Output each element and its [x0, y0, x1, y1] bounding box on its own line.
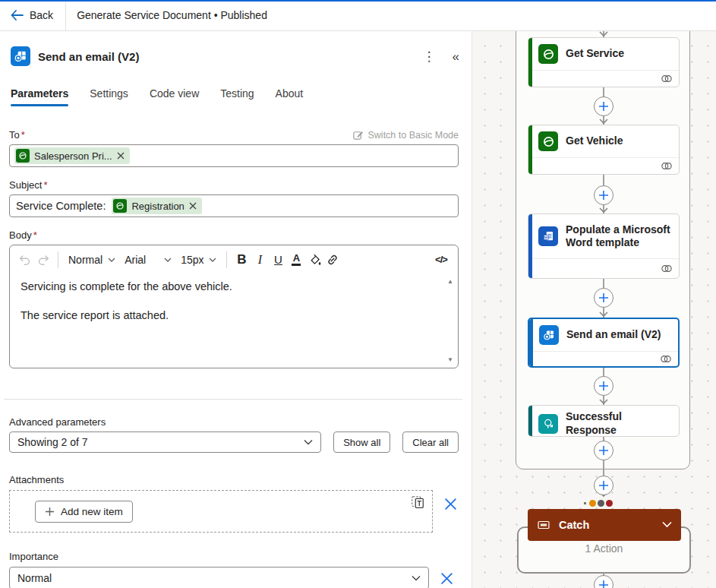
insert-link-icon[interactable]	[323, 250, 342, 270]
rte-toolbar: Normal Arial 15px B I U	[10, 245, 458, 273]
outlook-icon	[11, 46, 30, 66]
scroll-down-icon[interactable]: ▼	[447, 356, 453, 363]
dataverse-icon	[16, 149, 30, 163]
highlight-color-icon[interactable]	[305, 250, 323, 270]
body-text-area[interactable]: Servicing is complete for the above vehi…	[10, 273, 458, 368]
status-dot-timedout	[598, 500, 604, 507]
add-new-item-button[interactable]: Add new item	[35, 501, 133, 523]
tab-settings[interactable]: Settings	[90, 87, 128, 106]
status-dot-failed	[606, 500, 613, 507]
switch-to-input-entire-array-icon[interactable]	[410, 495, 425, 513]
body-rich-text-editor: Normal Arial 15px B I U	[9, 245, 459, 368]
advanced-parameters-dropdown[interactable]: Showing 2 of 7	[9, 432, 321, 453]
node-label: Send an email (V2)	[566, 328, 661, 342]
subject-text: Service Complete:	[16, 200, 106, 212]
node-catch-scope[interactable]: Catch	[528, 509, 681, 541]
insert-step-button[interactable]	[594, 376, 613, 396]
font-size-dropdown[interactable]: 15px	[176, 250, 221, 270]
font-color-button[interactable]: A	[287, 250, 305, 270]
remove-token-icon[interactable]	[189, 202, 197, 210]
text-style-dropdown[interactable]: Normal	[64, 250, 120, 270]
arrow-down-icon	[598, 119, 609, 125]
arrow-down-icon	[598, 207, 609, 213]
to-input[interactable]: Salesperson Pri...	[9, 144, 459, 167]
remove-token-icon[interactable]	[117, 152, 125, 160]
attachments-label: Attachments	[9, 474, 459, 485]
clear-attachments-icon[interactable]	[444, 498, 457, 533]
action-config-panel: Send an email (V2) ⋮ « Parameters Settin…	[0, 31, 472, 588]
switch-to-basic-mode-button[interactable]: Switch to Basic Mode	[352, 129, 459, 141]
dataverse-icon	[538, 44, 558, 64]
chevron-down-icon[interactable]	[662, 522, 672, 528]
more-options-icon[interactable]: ⋮	[423, 50, 436, 63]
connection-icon	[661, 161, 673, 171]
tab-testing[interactable]: Testing	[220, 87, 254, 106]
show-all-button[interactable]: Show all	[333, 432, 390, 453]
power-automate-editor: Back Generate Service Document • Publish…	[0, 0, 716, 588]
to-token-label: Salesperson Pri...	[34, 150, 112, 162]
underline-button[interactable]: U	[269, 250, 287, 270]
connection-icon	[661, 74, 673, 84]
response-icon	[538, 414, 558, 434]
importance-label: Importance	[9, 551, 459, 562]
top-bar: Back Generate Service Document • Publish…	[0, 0, 716, 31]
node-label: Get Vehicle	[566, 134, 623, 148]
undo-icon[interactable]	[16, 250, 34, 270]
tab-about[interactable]: About	[276, 87, 304, 106]
code-view-button[interactable]: </>	[432, 250, 450, 270]
back-label: Back	[30, 9, 53, 21]
dataverse-icon	[113, 199, 127, 213]
chevron-down-icon	[412, 575, 421, 581]
node-send-an-email[interactable]: Send an email (V2)	[528, 318, 680, 368]
panel-header: Send an email (V2) ⋮ «	[0, 31, 472, 66]
insert-step-button[interactable]	[594, 185, 613, 205]
attachments-array-editor: Add new item	[9, 490, 433, 533]
collapse-panel-icon[interactable]: «	[453, 50, 459, 63]
insert-step-button[interactable]	[594, 575, 613, 588]
italic-button[interactable]: I	[251, 250, 269, 270]
connection-icon	[660, 354, 672, 364]
to-token-pill[interactable]: Salesperson Pri...	[14, 147, 130, 164]
subject-token-pill[interactable]: Registration	[112, 198, 201, 214]
node-populate-word-template[interactable]: Populate a Microsoft Word template	[528, 213, 680, 279]
subject-token-label: Registration	[131, 201, 184, 212]
node-get-service[interactable]: Get Service	[528, 37, 680, 87]
arrow-down-icon	[598, 311, 609, 318]
body-line: The service report is attached.	[21, 309, 438, 321]
outlook-icon	[539, 325, 559, 345]
tab-code-view[interactable]: Code view	[150, 87, 199, 106]
node-successful-response[interactable]: Successful Response	[528, 405, 680, 437]
clear-all-button[interactable]: Clear all	[402, 432, 459, 453]
node-accent-bar	[528, 406, 532, 436]
insert-step-button[interactable]	[594, 96, 613, 116]
redo-icon[interactable]	[34, 250, 52, 270]
window-top-accent	[0, 0, 716, 2]
catch-action-count: 1 Action	[517, 542, 691, 555]
tab-parameters[interactable]: Parameters	[11, 87, 68, 106]
subject-label: Subject*	[9, 179, 47, 191]
arrow-down-icon	[598, 31, 609, 37]
catch-label: Catch	[559, 519, 662, 531]
clear-importance-icon[interactable]	[440, 572, 453, 585]
bold-button[interactable]: B	[232, 250, 251, 270]
flow-title: Generate Service Document • Published	[66, 9, 267, 21]
node-get-vehicle[interactable]: Get Vehicle	[528, 125, 680, 175]
advanced-parameters-label: Advanced parameters	[9, 416, 459, 428]
importance-dropdown[interactable]: Normal	[9, 567, 429, 588]
subject-input[interactable]: Service Complete: Registration	[9, 194, 459, 217]
edit-mode-icon	[352, 129, 364, 141]
insert-step-button[interactable]	[594, 476, 613, 495]
scroll-up-icon[interactable]: ▲	[447, 278, 453, 285]
back-arrow-icon	[11, 10, 24, 21]
status-dot	[584, 502, 586, 504]
insert-step-button[interactable]	[594, 441, 613, 460]
font-family-dropdown[interactable]: Arial	[120, 250, 176, 270]
flow-canvas[interactable]: Get Service Get Vehicle	[472, 31, 716, 588]
back-button[interactable]: Back	[0, 0, 65, 30]
toolbar-separator	[226, 251, 227, 268]
node-accent-bar	[529, 319, 533, 366]
insert-step-button[interactable]	[594, 288, 613, 308]
node-accent-bar	[528, 38, 532, 87]
to-label: To*	[9, 129, 25, 141]
arrow-down-icon	[598, 399, 609, 405]
